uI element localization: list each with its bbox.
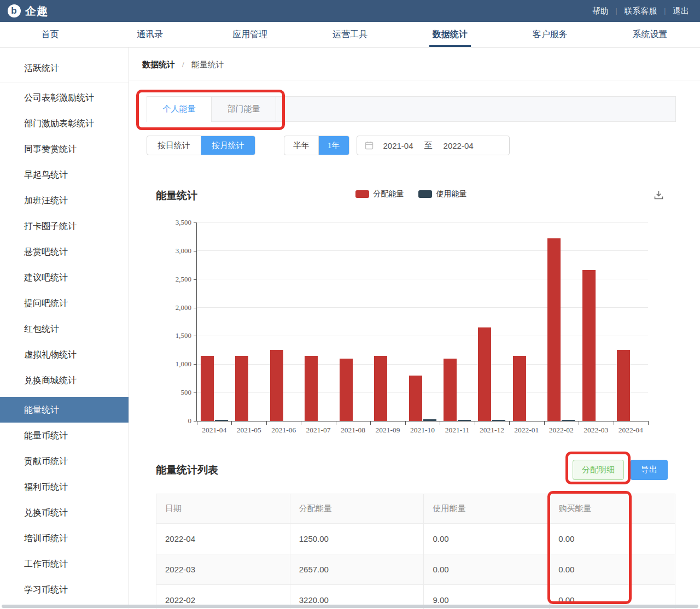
sidebar-item-贡献币统计[interactable]: 贡献币统计 bbox=[0, 448, 129, 474]
sidebar-item-工作币统计[interactable]: 工作币统计 bbox=[0, 551, 129, 577]
x-axis-label: 2021-05 bbox=[231, 426, 266, 435]
sidebar-item-早起鸟统计[interactable]: 早起鸟统计 bbox=[0, 162, 129, 188]
sidebar-item-同事赞赏统计[interactable]: 同事赞赏统计 bbox=[0, 136, 129, 162]
breadcrumb: 数据统计 / 能量统计 bbox=[129, 48, 700, 80]
x-axis-label: 2021-08 bbox=[336, 426, 370, 435]
column-header-分配能量: 分配能量 bbox=[290, 494, 424, 524]
export-button[interactable]: 导出 bbox=[631, 460, 668, 480]
sidebar-item-兑换币统计[interactable]: 兑换币统计 bbox=[0, 500, 129, 525]
list-section-header: 能量统计列表 分配明细 导出 bbox=[156, 460, 675, 480]
divider bbox=[129, 80, 700, 80]
sidebar-item-加班汪统计[interactable]: 加班汪统计 bbox=[0, 188, 129, 213]
sidebar-item-打卡圈子统计[interactable]: 打卡圈子统计 bbox=[0, 213, 129, 239]
table-cell: 2022-03 bbox=[156, 554, 290, 585]
x-axis-label: 2021-07 bbox=[301, 426, 335, 435]
gridline bbox=[197, 393, 648, 393]
sidebar-item-建议吧统计[interactable]: 建议吧统计 bbox=[0, 265, 129, 290]
y-axis-tick bbox=[194, 251, 197, 251]
sidebar-item-提问吧统计[interactable]: 提问吧统计 bbox=[0, 290, 129, 316]
tab-department-energy[interactable]: 部门能量 bbox=[212, 97, 276, 121]
x-axis-label: 2022-03 bbox=[579, 426, 613, 435]
by-month-button[interactable]: 按月统计 bbox=[201, 136, 255, 155]
main-nav: 首页通讯录应用管理运营工具数据统计客户服务系统设置 bbox=[0, 22, 700, 48]
legend-label: 分配能量 bbox=[374, 189, 404, 199]
nav-item-首页[interactable]: 首页 bbox=[0, 22, 100, 47]
sidebar-item-培训币统计[interactable]: 培训币统计 bbox=[0, 525, 129, 551]
chart-header: 能量统计 分配能量使用能量 bbox=[156, 188, 666, 204]
nav-item-应用管理[interactable]: 应用管理 bbox=[200, 22, 300, 47]
bar-分配能量-2022-02 bbox=[547, 238, 561, 421]
sidebar-item-悬赏吧统计[interactable]: 悬赏吧统计 bbox=[0, 239, 129, 265]
sidebar-item-活跃统计[interactable]: 活跃统计 bbox=[0, 55, 129, 81]
legend-item-分配能量[interactable]: 分配能量 bbox=[355, 189, 404, 199]
date-end-value[interactable]: 2022-04 bbox=[444, 141, 474, 150]
half-year-button[interactable]: 半年 bbox=[284, 136, 319, 155]
sidebar: 活跃统计公司表彰激励统计部门激励表彰统计同事赞赏统计早起鸟统计加班汪统计打卡圈子… bbox=[0, 48, 129, 608]
date-range-to-label: 至 bbox=[424, 140, 433, 151]
x-axis-tick bbox=[266, 421, 267, 425]
chart-legend: 分配能量使用能量 bbox=[156, 189, 666, 199]
sidebar-item-公司表彰激励统计[interactable]: 公司表彰激励统计 bbox=[0, 85, 129, 110]
bar-分配能量-2022-03 bbox=[582, 270, 596, 421]
nav-item-运营工具[interactable]: 运营工具 bbox=[300, 22, 400, 47]
divider: | bbox=[664, 7, 666, 15]
tab-personal-energy[interactable]: 个人能量 bbox=[147, 97, 212, 121]
sidebar-item-福利币统计[interactable]: 福利币统计 bbox=[0, 474, 129, 500]
column-header-日期: 日期 bbox=[156, 494, 290, 524]
x-axis-label: 2021-04 bbox=[197, 426, 231, 435]
breadcrumb-section[interactable]: 数据统计 bbox=[142, 60, 175, 69]
gridline bbox=[197, 250, 648, 251]
bar-分配能量-2021-08 bbox=[340, 359, 353, 421]
sidebar-item-部门激励表彰统计[interactable]: 部门激励表彰统计 bbox=[0, 110, 129, 136]
nav-item-数据统计[interactable]: 数据统计 bbox=[400, 22, 500, 47]
sidebar-item-红包统计[interactable]: 红包统计 bbox=[0, 316, 129, 342]
bar-分配能量-2021-09 bbox=[374, 356, 387, 421]
y-axis-label: 3,500 bbox=[159, 218, 191, 227]
x-axis-label: 2021-12 bbox=[475, 426, 509, 435]
logout-link[interactable]: 退出 bbox=[673, 6, 689, 16]
sidebar-item-虚拟礼物统计[interactable]: 虚拟礼物统计 bbox=[0, 342, 129, 367]
legend-item-使用能量[interactable]: 使用能量 bbox=[418, 189, 467, 199]
help-link[interactable]: 帮助 bbox=[592, 6, 609, 16]
energy-tabs: 个人能量 部门能量 bbox=[147, 96, 676, 122]
list-section-buttons: 分配明细 导出 bbox=[573, 460, 668, 480]
date-range-picker[interactable]: 2021-04 至 2022-04 bbox=[357, 136, 510, 155]
gridline bbox=[197, 222, 648, 223]
sidebar-item-兑换商城统计[interactable]: 兑换商城统计 bbox=[0, 367, 129, 393]
x-axis-tick bbox=[579, 421, 579, 425]
nav-item-系统设置[interactable]: 系统设置 bbox=[600, 22, 700, 47]
y-axis-label: 2,000 bbox=[159, 303, 191, 312]
y-axis-label: 3,000 bbox=[159, 247, 191, 255]
x-axis-label: 2021-10 bbox=[405, 426, 440, 435]
brand-logo-icon: b bbox=[8, 4, 21, 17]
horizontal-scrollbar[interactable] bbox=[2, 605, 698, 608]
date-start-value[interactable]: 2021-04 bbox=[383, 141, 413, 150]
sidebar-item-能量统计[interactable]: 能量统计 bbox=[0, 397, 129, 423]
nav-item-客户服务[interactable]: 客户服务 bbox=[500, 22, 600, 47]
sidebar-item-能量币统计[interactable]: 能量币统计 bbox=[0, 423, 129, 448]
breadcrumb-separator: / bbox=[182, 60, 184, 69]
y-axis-label: 2,500 bbox=[159, 275, 191, 284]
by-day-button[interactable]: 按日统计 bbox=[147, 136, 201, 155]
x-axis-tick bbox=[301, 421, 301, 425]
x-axis-tick bbox=[405, 421, 406, 425]
y-axis-line bbox=[196, 222, 197, 421]
y-axis-label: 1,500 bbox=[159, 331, 191, 340]
granularity-group: 按日统计 按月统计 bbox=[147, 136, 255, 155]
main-content: 数据统计 / 能量统计 个人能量 部门能量 按日统计 按月统计 半年 1年 bbox=[129, 48, 700, 608]
table-cell: 0.00 bbox=[424, 524, 550, 554]
allocation-detail-button[interactable]: 分配明细 bbox=[573, 460, 624, 480]
x-axis-line bbox=[194, 421, 649, 421]
bar-分配能量-2021-11 bbox=[444, 359, 457, 421]
x-axis-tick bbox=[475, 421, 475, 425]
nav-item-通讯录[interactable]: 通讯录 bbox=[100, 22, 200, 47]
download-chart-icon[interactable] bbox=[653, 189, 664, 203]
y-axis-tick bbox=[194, 393, 197, 393]
sidebar-item-学习币统计[interactable]: 学习币统计 bbox=[0, 577, 129, 602]
sidebar-divider bbox=[0, 83, 129, 83]
x-axis-label: 2022-02 bbox=[544, 426, 579, 435]
contact-support-link[interactable]: 联系客服 bbox=[624, 6, 657, 16]
table-cell: 0.00 bbox=[424, 554, 550, 585]
one-year-button[interactable]: 1年 bbox=[319, 136, 349, 155]
bar-分配能量-2021-07 bbox=[305, 356, 318, 421]
